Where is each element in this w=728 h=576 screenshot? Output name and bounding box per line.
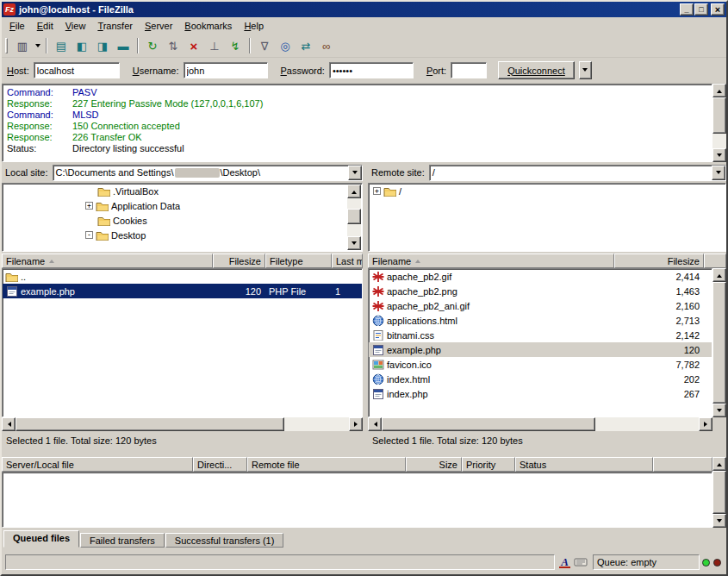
toggle-local-tree-button[interactable]: ◧ [72,36,92,55]
column-header-filetype[interactable]: Filetype [265,254,332,268]
local-file-list[interactable]: .. example.php 120 PHP File 1 [2,268,363,417]
queue-scrollbar[interactable] [712,457,726,528]
file-row[interactable]: applications.html 2,713 [369,313,712,328]
menu-bookmarks[interactable]: Bookmarks [178,18,238,34]
menu-file[interactable]: File [3,18,31,34]
scroll-up-button[interactable] [712,268,726,282]
menu-help[interactable]: Help [238,18,270,34]
transfer-type-icon[interactable]: A [559,557,570,568]
remote-file-list[interactable]: apache_pb2.gif 2,414 apache_pb2.png 1,46… [368,268,712,417]
scroll-thumb[interactable] [712,282,726,404]
maximize-button[interactable]: □ [694,3,708,16]
site-manager-dropdown[interactable] [33,36,42,55]
menu-view[interactable]: View [59,18,92,34]
scroll-down-button[interactable] [347,236,361,250]
password-input[interactable] [329,62,414,78]
remote-directory-tree[interactable]: + / [368,183,726,252]
local-directory-tree[interactable]: .VirtualBox + Application Data Cookies -… [2,183,363,252]
tree-item[interactable]: + Application Data [3,198,362,213]
scroll-down-button[interactable] [712,514,726,528]
menu-transfer[interactable]: Transfer [91,18,139,34]
minimize-button[interactable]: _ [680,3,694,16]
find-files-button[interactable]: ∞ [316,36,337,55]
tree-item[interactable]: Cookies [3,213,362,228]
scroll-down-button[interactable] [712,148,726,162]
tab-queued-files[interactable]: Queued files [3,530,79,548]
file-row[interactable]: favicon.ico 7,782 [369,357,712,372]
toggle-remote-tree-button[interactable]: ◨ [92,36,113,55]
scroll-up-button[interactable] [347,185,361,198]
message-log[interactable]: Command:PASV Response:227 Entering Passi… [2,84,712,162]
synchronized-browsing-button[interactable]: ⇄ [296,36,316,55]
refresh-button[interactable]: ↻ [142,36,163,55]
tree-item[interactable]: .VirtualBox [3,184,362,198]
scroll-thumb[interactable] [16,417,284,431]
local-list-hscrollbar[interactable] [2,417,363,431]
combo-dropdown-button[interactable] [348,166,362,180]
file-row[interactable]: .. [3,269,362,284]
remote-list-scrollbar[interactable] [712,268,726,417]
scroll-up-button[interactable] [712,84,726,97]
column-header-remote-file[interactable]: Remote file [247,457,406,472]
file-row-selected[interactable]: example.php 120 [369,342,712,357]
toggle-queue-button[interactable]: ▬ [113,36,134,55]
tree-item-root[interactable]: + / [369,184,725,198]
tree-expander[interactable]: - [85,231,93,239]
combo-dropdown-button[interactable] [712,166,725,180]
file-row[interactable]: apache_pb2_ani.gif 2,160 [369,298,712,313]
username-input[interactable] [184,62,268,78]
disconnect-button[interactable]: ⊥ [204,36,225,55]
column-header-status[interactable]: Status [515,457,653,472]
file-row[interactable]: index.html 202 [369,372,712,386]
file-row-selected[interactable]: example.php 120 PHP File 1 [3,284,362,298]
menu-server[interactable]: Server [139,18,178,34]
port-input[interactable] [451,62,487,78]
process-queue-button[interactable]: ⇅ [163,36,184,55]
host-input[interactable] [34,62,120,78]
remote-list-hscrollbar[interactable] [368,417,712,431]
quickconnect-button[interactable]: Quickconnect [498,61,575,79]
site-manager-button[interactable]: ▥ [12,36,33,55]
tab-successful-transfers[interactable]: Successful transfers (1) [165,533,284,548]
scroll-left-button[interactable] [2,417,16,431]
file-row[interactable]: index.php 267 [369,386,712,401]
tree-expander[interactable]: + [373,187,381,195]
column-header-direction[interactable]: Directi... [193,457,247,472]
column-header-server-local-file[interactable]: Server/Local file [2,457,193,472]
scroll-thumb[interactable] [712,471,726,514]
column-header-size[interactable]: Size [406,457,462,472]
scroll-up-button[interactable] [712,457,726,471]
column-header-filesize[interactable]: Filesize [213,254,265,268]
scroll-thumb[interactable] [382,417,595,431]
file-row[interactable]: apache_pb2.gif 2,414 [369,269,712,284]
tree-scrollbar[interactable] [347,185,361,250]
column-header-priority[interactable]: Priority [462,457,515,472]
menu-edit[interactable]: Edit [31,18,59,34]
tab-failed-transfers[interactable]: Failed transfers [80,533,165,548]
filter-button[interactable]: ∇ [254,36,275,55]
reconnect-button[interactable]: ↯ [225,36,246,55]
column-header-filename[interactable]: Filename [368,254,614,268]
file-row[interactable]: bitnami.css 2,142 [369,328,712,342]
remote-site-combobox[interactable]: / [429,165,726,181]
close-button[interactable]: × [711,3,725,16]
log-scrollbar[interactable] [712,84,726,162]
scroll-right-button[interactable] [699,417,712,431]
tree-item[interactable]: - Desktop [3,228,362,242]
file-row[interactable]: apache_pb2.png 1,463 [369,284,712,298]
tree-expander[interactable]: + [85,202,93,210]
speed-limits-icon[interactable] [573,556,588,568]
quickconnect-dropdown[interactable] [579,61,592,79]
toolbar-grip[interactable] [5,38,8,53]
column-header-modified[interactable]: Last modified [332,254,363,268]
column-header-filesize[interactable]: Filesize [614,254,704,268]
titlebar[interactable]: Fz john@localhost - FileZilla _ □ × [2,2,726,17]
transfer-queue-list[interactable] [2,472,712,528]
column-header-filename[interactable]: Filename [2,254,213,268]
scroll-right-button[interactable] [349,417,363,431]
cancel-button[interactable]: × [184,36,204,55]
scroll-down-button[interactable] [712,404,726,417]
directory-comparison-button[interactable]: ◎ [275,36,296,55]
toggle-message-log-button[interactable]: ▤ [51,36,72,55]
scroll-left-button[interactable] [368,417,382,431]
